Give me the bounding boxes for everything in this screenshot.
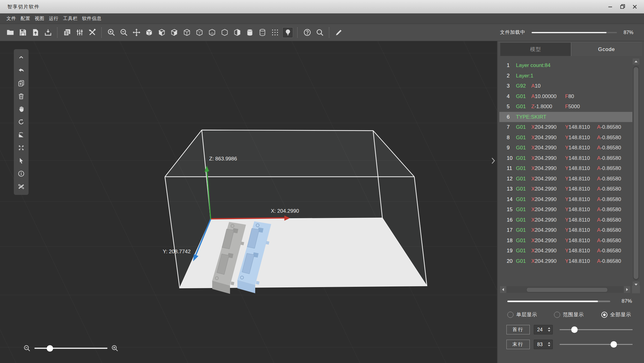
gcode-line[interactable]: 8G01X204.2990Y148.8110A-0.86580: [499, 132, 632, 143]
duplicate-model-button[interactable]: [15, 77, 27, 90]
view-bottom-face-button[interactable]: [207, 28, 217, 37]
zoom-slider-knob[interactable]: [47, 345, 53, 352]
zoom-in-button[interactable]: [107, 28, 116, 37]
scene-3d[interactable]: Z: 863.9986 X: 204.2990 Y: 208.7742: [0, 41, 497, 363]
search-button[interactable]: [315, 28, 324, 37]
model-info-button[interactable]: [15, 167, 27, 180]
parameter-settings-button[interactable]: [75, 28, 84, 37]
save-file-button[interactable]: [18, 28, 27, 37]
help-icon: [303, 28, 311, 37]
gcode-line[interactable]: 10G01X204.2990Y148.8110A-0.86580: [499, 153, 632, 164]
gcode-line[interactable]: 13G01X204.2990Y148.8110A-0.86580: [499, 184, 632, 194]
sliders-icon: [76, 28, 84, 37]
last-line-spinner[interactable]: 83: [534, 340, 553, 349]
gcode-line[interactable]: 1Layer count:84: [499, 60, 632, 71]
horizontal-scroll-track[interactable]: [507, 286, 623, 293]
tab-gcode[interactable]: Gcode: [571, 43, 642, 56]
view-wireframe-button[interactable]: [182, 28, 191, 37]
panel-collapse-button[interactable]: [490, 156, 497, 166]
menu-item-file[interactable]: 文件: [6, 16, 16, 22]
scroll-right-button[interactable]: [624, 286, 630, 293]
import-model-button[interactable]: [31, 28, 40, 37]
gcode-line[interactable]: 5G01Z-1.8000F5000: [499, 101, 632, 112]
last-line-label[interactable]: 末行: [506, 340, 530, 349]
display-mode-range[interactable]: 范围显示: [554, 309, 584, 321]
view-section-button[interactable]: [232, 28, 242, 37]
zoom-out-button[interactable]: [119, 28, 128, 37]
fit-view-button[interactable]: [15, 141, 27, 154]
gcode-line[interactable]: 15G01X204.2990Y148.8110A-0.86580: [499, 204, 632, 215]
menu-item-run[interactable]: 运行: [49, 16, 59, 22]
slider-track: [560, 344, 633, 345]
measure-tool-button[interactable]: [15, 180, 27, 193]
last-line-slider[interactable]: [560, 340, 633, 349]
open-file-button[interactable]: [6, 28, 15, 37]
menu-item-config[interactable]: 配置: [21, 16, 30, 22]
gcode-line[interactable]: 9G01X204.2990Y148.8110A-0.86580: [499, 143, 632, 153]
first-line-spinner[interactable]: 24: [534, 325, 553, 334]
menu-item-software-info[interactable]: 软件信息: [82, 16, 102, 22]
gcode-line[interactable]: 20G01X204.2990Y148.8110A-0.86580: [499, 256, 632, 266]
view-outline-button[interactable]: [220, 28, 229, 37]
select-model-button[interactable]: [15, 154, 27, 167]
view-front-face-button[interactable]: [170, 28, 179, 37]
scale-model-button[interactable]: [15, 128, 27, 141]
view-solid-button[interactable]: [144, 28, 154, 37]
view-cylinder-button[interactable]: [245, 28, 254, 37]
minimize-button[interactable]: [604, 0, 616, 13]
machine-tools-button[interactable]: [88, 28, 97, 37]
last-line-slider-knob[interactable]: [611, 341, 617, 348]
delete-model-button[interactable]: [15, 90, 27, 103]
tab-model[interactable]: 模型: [500, 43, 571, 56]
first-line-slider[interactable]: [560, 325, 633, 334]
pan-view-button[interactable]: [15, 103, 27, 116]
gcode-line[interactable]: 11G01X204.2990Y148.8110A-0.86580: [499, 163, 632, 174]
light-toggle-button[interactable]: [283, 28, 293, 37]
gcode-line[interactable]: 14G01X204.2990Y148.8110A-0.86580: [499, 194, 632, 205]
view-points-button[interactable]: [270, 28, 279, 37]
spinner-up-button[interactable]: [548, 327, 550, 329]
help-button[interactable]: [302, 28, 312, 37]
view-cylinder-wire-button[interactable]: [258, 28, 267, 37]
display-mode-single-layer[interactable]: 单层显示: [507, 309, 537, 321]
vertical-scroll-track[interactable]: [633, 66, 639, 280]
scroll-left-button[interactable]: [500, 286, 506, 293]
duplicate-icon: [18, 80, 25, 87]
gcode-line[interactable]: 18G01X204.2990Y148.8110A-0.86580: [499, 235, 632, 246]
spinner-down-button[interactable]: [548, 330, 550, 332]
scroll-up-button[interactable]: [633, 58, 639, 65]
undo-button[interactable]: [15, 64, 27, 77]
spinner-up-button[interactable]: [548, 342, 550, 344]
zoom-out-button[interactable]: [23, 345, 31, 352]
export-gcode-button[interactable]: [43, 28, 53, 37]
move-view-button[interactable]: [132, 28, 141, 37]
gcode-line[interactable]: 3G92A10: [499, 81, 632, 91]
toolbar-separator: [297, 27, 298, 38]
spinner-down-button[interactable]: [548, 345, 550, 346]
restore-button[interactable]: [616, 0, 629, 13]
close-button[interactable]: [629, 0, 641, 13]
vertical-scroll-thumb[interactable]: [633, 67, 639, 279]
annotate-button[interactable]: [334, 28, 343, 37]
horizontal-scroll-thumb[interactable]: [526, 287, 608, 292]
zoom-in-button[interactable]: [111, 345, 119, 352]
gcode-line[interactable]: 17G01X204.2990Y148.8110A-0.86580: [499, 225, 632, 235]
collapse-toolbar-button[interactable]: [15, 51, 27, 64]
menu-item-view[interactable]: 视图: [35, 16, 45, 22]
copy-layout-button[interactable]: [62, 28, 72, 37]
rotate-model-button[interactable]: [15, 116, 27, 128]
gcode-line[interactable]: 7G01X204.2990Y148.8110A-0.86580: [499, 122, 632, 132]
gcode-line[interactable]: 4G01A10.00000F80: [499, 91, 632, 102]
zoom-slider-track[interactable]: [34, 348, 107, 349]
gcode-line[interactable]: 19G01X204.2990Y148.8110A-0.86580: [499, 246, 632, 256]
view-hidden-edges-button[interactable]: [195, 28, 204, 37]
menu-item-toolbar[interactable]: 工具栏: [63, 16, 78, 22]
first-line-label[interactable]: 首行: [506, 325, 530, 334]
first-line-slider-knob[interactable]: [571, 326, 578, 333]
gcode-line[interactable]: 12G01X204.2990Y148.8110A-0.86580: [499, 174, 632, 184]
gcode-line[interactable]: 2Layer:1: [499, 71, 632, 81]
gcode-line[interactable]: 6TYPE:SKIRT: [499, 112, 632, 122]
view-left-face-button[interactable]: [157, 28, 166, 37]
display-mode-all[interactable]: 全部显示: [601, 309, 631, 321]
gcode-line[interactable]: 16G01X204.2990Y148.8110A-0.86580: [499, 215, 632, 225]
